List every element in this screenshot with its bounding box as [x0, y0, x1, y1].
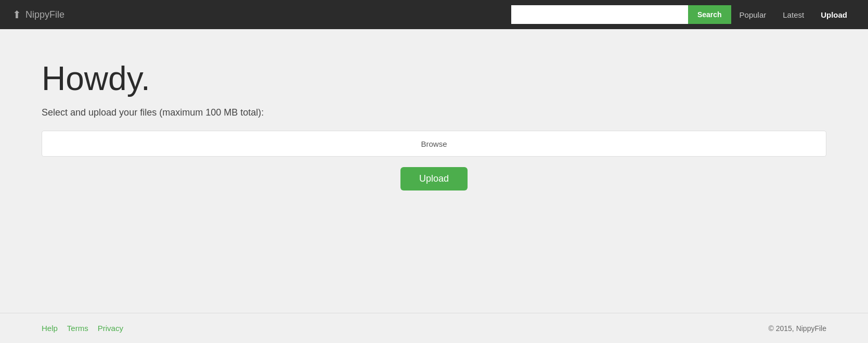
nav-latest[interactable]: Latest: [774, 0, 812, 29]
file-browse-area[interactable]: Browse: [42, 131, 826, 157]
footer-help-link[interactable]: Help: [42, 324, 58, 333]
footer-links: Help Terms Privacy: [42, 324, 123, 333]
footer: Help Terms Privacy © 2015, NippyFile: [0, 313, 868, 343]
upload-btn-container: Upload: [42, 167, 826, 190]
nav-popular[interactable]: Popular: [731, 0, 775, 29]
search-input[interactable]: [511, 5, 688, 24]
brand-name: NippyFile: [25, 9, 64, 20]
search-button[interactable]: Search: [688, 5, 731, 24]
hero-title: Howdy.: [42, 60, 826, 97]
brand-link[interactable]: ⬆ NippyFile: [12, 8, 64, 21]
upload-icon: ⬆: [12, 8, 21, 21]
footer-terms-link[interactable]: Terms: [67, 324, 88, 333]
hero-subtitle: Select and upload your files (maximum 10…: [42, 107, 826, 118]
footer-copyright: © 2015, NippyFile: [769, 324, 826, 333]
browse-label: Browse: [421, 139, 447, 148]
nav-upload[interactable]: Upload: [812, 0, 856, 29]
footer-privacy-link[interactable]: Privacy: [98, 324, 123, 333]
main-content: Howdy. Select and upload your files (max…: [0, 29, 868, 313]
navbar: ⬆ NippyFile Search Popular Latest Upload: [0, 0, 868, 29]
nav-right: Search Popular Latest Upload: [511, 0, 856, 29]
search-form: Search: [511, 5, 731, 24]
upload-button[interactable]: Upload: [400, 167, 468, 190]
